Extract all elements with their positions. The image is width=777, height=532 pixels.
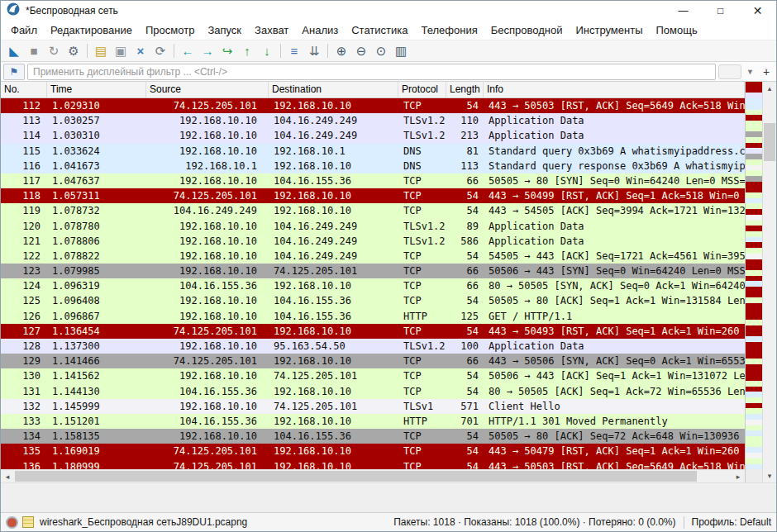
menu-wireless[interactable]: Беспроводной (484, 24, 570, 36)
capture-options-icon[interactable]: ⚙ (64, 42, 83, 60)
packet-row-113[interactable]: 1131.030257192.168.10.10104.16.249.249TL… (1, 113, 745, 128)
save-file-icon[interactable]: ▣ (111, 42, 131, 60)
reload-file-icon[interactable]: ⟳ (150, 42, 170, 60)
packet-row-129[interactable]: 1291.14146674.125.205.101192.168.10.10TC… (1, 354, 745, 368)
filter-expression-box[interactable] (718, 64, 741, 79)
packet-row-127[interactable]: 1271.13645474.125.205.101192.168.10.10TC… (1, 324, 745, 339)
minimap-stripe (746, 420, 762, 425)
packet-row-116[interactable]: 1161.041673192.168.10.1192.168.10.10DNS1… (1, 159, 745, 173)
expert-info-icon[interactable] (6, 516, 18, 529)
menu-file[interactable]: Файл (4, 24, 44, 36)
menu-go[interactable]: Запуск (201, 24, 248, 36)
zoom-in-icon[interactable]: ⊕ (331, 42, 351, 60)
menu-telephony[interactable]: Телефония (414, 24, 484, 36)
scroll-left-arrow[interactable]: ◂ (1, 470, 14, 482)
add-filter-button[interactable]: + (759, 64, 774, 79)
vertical-scroll-thumb[interactable] (764, 123, 775, 161)
column-header-info[interactable]: Info (484, 82, 745, 97)
column-header-source[interactable]: Source (146, 82, 269, 97)
packet-row-114[interactable]: 1141.030310192.168.10.10104.16.249.249TL… (1, 128, 745, 143)
packet-row-126[interactable]: 1261.096867192.168.10.10104.16.155.36HTT… (1, 309, 745, 324)
packet-row-115[interactable]: 1151.033624192.168.10.10192.168.10.1DNS8… (1, 144, 745, 159)
close-file-icon[interactable]: × (131, 42, 150, 60)
packet-row-125[interactable]: 1251.096408192.168.10.10104.16.155.36TCP… (1, 293, 745, 308)
title-bar[interactable]: *Беспроводная сеть — □ ✕ (1, 1, 776, 21)
packet-row-130[interactable]: 1301.141562192.168.10.1074.125.205.101TC… (1, 368, 745, 383)
packet-row-117[interactable]: 1171.047637192.168.10.10104.16.155.36TCP… (1, 173, 745, 188)
menu-statistics[interactable]: Статистика (345, 24, 414, 36)
auto-scroll-icon[interactable]: ⇊ (304, 42, 324, 60)
cell-info: 50506 → 443 [ACK] Seq=1 Ack=1 Win=131072… (484, 368, 745, 383)
display-filter-input[interactable] (27, 64, 716, 80)
packet-row-112[interactable]: 1121.02931074.125.205.101192.168.10.10TC… (1, 98, 745, 113)
packet-row-120[interactable]: 1201.078780192.168.10.10104.16.249.249TL… (1, 219, 745, 234)
menu-tools[interactable]: Инструменты (569, 24, 649, 36)
wireshark-window: *Беспроводная сеть — □ ✕ ФайлРедактирова… (0, 0, 777, 532)
minimap-stripe (746, 281, 762, 287)
go-to-bottom-icon[interactable]: ↓ (257, 42, 277, 60)
cell-info: GET / HTTP/1.1 (484, 309, 745, 324)
maximize-button[interactable]: □ (702, 1, 739, 21)
menu-analyze[interactable]: Анализ (295, 24, 345, 36)
packet-minimap[interactable] (746, 82, 762, 469)
cell-no: 122 (1, 249, 47, 264)
vertical-scrollbar[interactable]: ▴ ▾ (762, 82, 776, 482)
packet-row-121[interactable]: 1211.078806192.168.10.10104.16.249.249TL… (1, 234, 745, 249)
menu-edit[interactable]: Редактирование (44, 24, 139, 36)
packet-row-128[interactable]: 1281.137300192.168.10.1095.163.54.50TLSv… (1, 339, 745, 354)
cell-protocol: TCP (398, 188, 446, 203)
packet-row-122[interactable]: 1221.078822192.168.10.10104.16.249.249TC… (1, 249, 745, 264)
go-to-packet-icon[interactable]: ↪ (217, 42, 237, 60)
capture-comment-icon[interactable] (22, 516, 34, 528)
cell-no: 129 (1, 354, 47, 368)
menu-capture[interactable]: Захват (248, 24, 295, 36)
resize-columns-icon[interactable]: ▥ (391, 42, 411, 60)
packet-row-124[interactable]: 1241.096319104.16.155.36192.168.10.10TCP… (1, 278, 745, 293)
close-button[interactable]: ✕ (739, 1, 776, 21)
cell-time: 1.078732 (47, 203, 146, 218)
packet-row-131[interactable]: 1311.144130104.16.155.36192.168.10.10TCP… (1, 384, 745, 399)
minimap-stripe (746, 148, 762, 154)
go-forward-icon[interactable]: → (198, 42, 217, 60)
colorize-icon[interactable]: ≡ (284, 42, 304, 60)
packet-row-123[interactable]: 1231.079985192.168.10.1074.125.205.101TC… (1, 264, 745, 278)
cell-length: 54 (446, 324, 484, 339)
profile-label[interactable]: Профиль: Default (692, 516, 772, 528)
horizontal-scrollbar[interactable]: ◂ ▸ (1, 469, 745, 482)
go-to-top-icon[interactable]: ↑ (237, 42, 257, 60)
filter-bookmark-icon[interactable]: ⚑ (3, 64, 25, 80)
packet-row-133[interactable]: 1331.151201104.16.155.36192.168.10.10HTT… (1, 414, 745, 429)
cell-protocol: TCP (398, 429, 446, 444)
minimap-stripe (746, 375, 762, 381)
packet-row-118[interactable]: 1181.05731174.125.205.101192.168.10.10TC… (1, 188, 745, 203)
column-header-protocol[interactable]: Protocol (398, 82, 446, 97)
scroll-up-arrow[interactable]: ▴ (763, 82, 776, 95)
menu-help[interactable]: Помощь (650, 24, 704, 36)
horizontal-scroll-track[interactable] (14, 470, 732, 482)
scroll-down-arrow[interactable]: ▾ (763, 469, 776, 482)
menu-view[interactable]: Просмотр (139, 24, 201, 36)
restart-capture-icon[interactable]: ↻ (44, 42, 64, 60)
go-back-icon[interactable]: ← (178, 42, 198, 60)
start-capture-icon[interactable]: ◣ (4, 42, 24, 60)
zoom-out-icon[interactable]: ⊖ (351, 42, 371, 60)
horizontal-scroll-thumb[interactable] (15, 471, 697, 482)
packet-row-134[interactable]: 1341.158135192.168.10.10104.16.155.36TCP… (1, 429, 745, 444)
packet-row-132[interactable]: 1321.145999192.168.10.1074.125.205.101TL… (1, 399, 745, 414)
column-header-destination[interactable]: Destination (269, 82, 398, 97)
filter-dropdown-arrow[interactable]: ▼ (744, 64, 756, 79)
stop-capture-icon[interactable]: ■ (24, 42, 44, 60)
vertical-scroll-track[interactable] (763, 95, 776, 469)
scroll-right-arrow[interactable]: ▸ (732, 470, 745, 482)
minimize-button[interactable]: — (665, 1, 702, 21)
column-header-no[interactable]: No. (1, 82, 47, 97)
minimap-stripe (746, 215, 762, 221)
open-file-icon[interactable]: ▤ (91, 42, 111, 60)
packet-row-119[interactable]: 1191.078732104.16.249.249192.168.10.10TC… (1, 203, 745, 218)
packet-row-136[interactable]: 1361.18099974.125.205.101192.168.10.10TC… (1, 459, 745, 470)
cell-no: 135 (1, 444, 47, 458)
column-header-time[interactable]: Time (47, 82, 146, 97)
packet-row-135[interactable]: 1351.16901974.125.205.101192.168.10.10TC… (1, 444, 745, 458)
zoom-reset-icon[interactable]: ⊙ (371, 42, 391, 60)
column-header-length[interactable]: Length (446, 82, 484, 97)
